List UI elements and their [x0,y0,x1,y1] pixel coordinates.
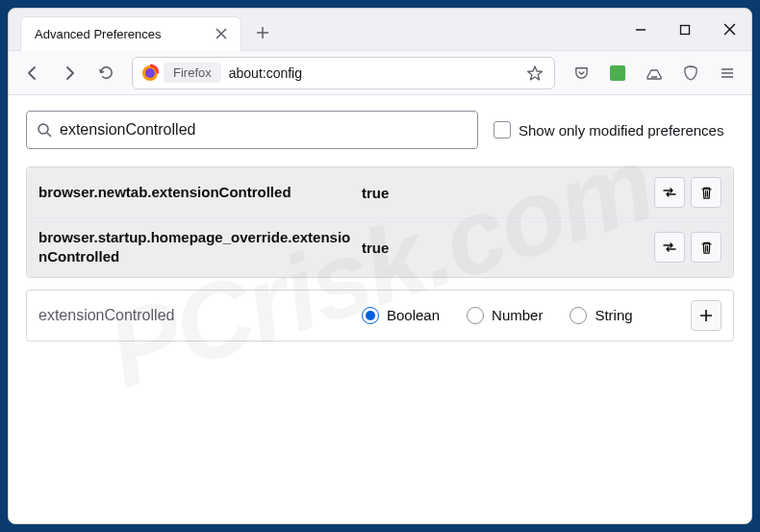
radio-label-boolean: Boolean [387,307,440,323]
add-pref-button[interactable] [691,300,722,331]
firefox-logo-icon [137,60,164,87]
delete-button[interactable] [691,177,722,208]
reload-button[interactable] [89,58,122,89]
search-row: Show only modified preferences [26,111,734,149]
menu-button[interactable] [711,58,744,89]
new-tab-button[interactable] [247,17,278,48]
modified-only-checkbox-wrap[interactable]: Show only modified preferences [494,121,723,139]
pref-row[interactable]: browser.newtab.extensionControlled true [27,167,733,218]
forward-button[interactable] [53,58,86,89]
search-box[interactable] [26,111,478,149]
toggle-button[interactable] [654,232,685,263]
search-icon [37,122,52,138]
pref-value: true [356,185,654,201]
prefs-table: browser.newtab.extensionControlled true … [26,166,734,278]
svg-point-3 [38,124,48,134]
new-pref-row: extensionControlled Boolean Number Strin… [26,290,734,342]
pref-actions [654,232,722,263]
svg-point-2 [145,68,155,78]
pref-name: browser.newtab.extensionControlled [38,183,356,202]
type-radio-group: Boolean Number String [356,307,691,324]
toggle-button[interactable] [654,177,685,208]
radio-label-string: String [595,307,632,323]
inbox-icon[interactable] [638,58,671,89]
bookmark-star-icon[interactable] [521,60,548,87]
delete-button[interactable] [691,232,722,263]
titlebar: Advanced Preferences [9,9,751,51]
pocket-icon[interactable] [565,58,597,89]
url-bar[interactable]: Firefox about:config [132,57,555,89]
radio-boolean[interactable]: Boolean [362,307,440,324]
identity-box[interactable]: Firefox [164,63,221,83]
browser-window: Advanced Preferences [8,8,752,524]
identity-label: Firefox [173,65,212,80]
radio-input-string[interactable] [570,307,587,324]
radio-label-number: Number [492,307,543,323]
nav-toolbar: Firefox about:config [9,51,751,95]
tab-active[interactable]: Advanced Preferences [20,16,241,51]
close-tab-icon[interactable] [212,24,231,43]
pref-row[interactable]: browser.startup.homepage_override.extens… [27,218,733,277]
pref-value: true [356,240,654,256]
modified-only-checkbox[interactable] [494,121,511,139]
pref-actions [654,177,722,208]
search-input[interactable] [60,121,468,139]
minimize-button[interactable] [619,9,663,51]
close-window-button[interactable] [707,9,751,51]
svg-rect-0 [681,25,690,34]
back-button[interactable] [16,58,49,89]
radio-number[interactable]: Number [467,307,543,324]
new-pref-name: extensionControlled [38,305,356,326]
radio-input-boolean[interactable] [362,307,379,324]
tab-title: Advanced Preferences [35,27,212,41]
maximize-button[interactable] [663,9,707,51]
pref-name: browser.startup.homepage_override.extens… [38,228,356,267]
shield-icon[interactable] [674,58,707,89]
radio-string[interactable]: String [570,307,632,324]
modified-only-label: Show only modified preferences [519,122,723,139]
puzzle-icon [610,65,625,81]
window-controls [619,9,751,51]
extensions-icon[interactable] [601,58,634,89]
url-text: about:config [229,65,521,81]
about-config-content: Show only modified preferences browser.n… [9,95,751,523]
radio-input-number[interactable] [467,307,484,324]
